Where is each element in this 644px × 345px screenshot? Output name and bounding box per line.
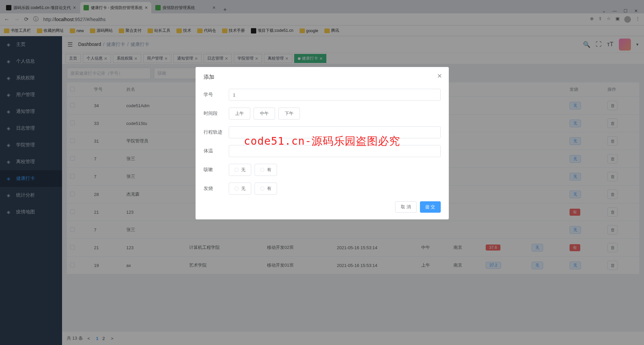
- close-icon[interactable]: ✕: [437, 72, 442, 80]
- cough-label: 咳嗽: [204, 167, 229, 173]
- student-id-label: 学号: [204, 92, 229, 98]
- cancel-button[interactable]: 取 消: [395, 201, 417, 213]
- modal-overlay[interactable]: 添加 ✕ 学号 时间段 上午中午下午 行程轨迹 体温 咳嗽 无有 发烧 无有 取…: [0, 0, 644, 345]
- cough-option[interactable]: 无: [229, 164, 251, 176]
- period-option[interactable]: 上午: [229, 108, 250, 120]
- radio-icon: [260, 168, 264, 172]
- modal-title: 添加: [204, 74, 441, 81]
- period-option[interactable]: 中午: [254, 108, 275, 120]
- period-label: 时间段: [204, 111, 229, 117]
- fever-option[interactable]: 无: [229, 183, 251, 195]
- temp-label: 体温: [204, 148, 229, 154]
- student-id-input[interactable]: [229, 89, 441, 101]
- temp-input[interactable]: [229, 145, 441, 157]
- period-option[interactable]: 下午: [278, 108, 300, 120]
- radio-icon: [234, 187, 238, 191]
- add-modal: 添加 ✕ 学号 时间段 上午中午下午 行程轨迹 体温 咳嗽 无有 发烧 无有 取…: [196, 67, 449, 219]
- track-label: 行程轨迹: [204, 129, 229, 135]
- radio-icon: [260, 187, 264, 191]
- fever-option[interactable]: 有: [255, 183, 277, 195]
- submit-button[interactable]: 提 交: [420, 201, 441, 213]
- fever-label: 发烧: [204, 186, 229, 192]
- track-input[interactable]: [229, 126, 441, 138]
- cough-option[interactable]: 有: [255, 164, 277, 176]
- radio-icon: [234, 168, 238, 172]
